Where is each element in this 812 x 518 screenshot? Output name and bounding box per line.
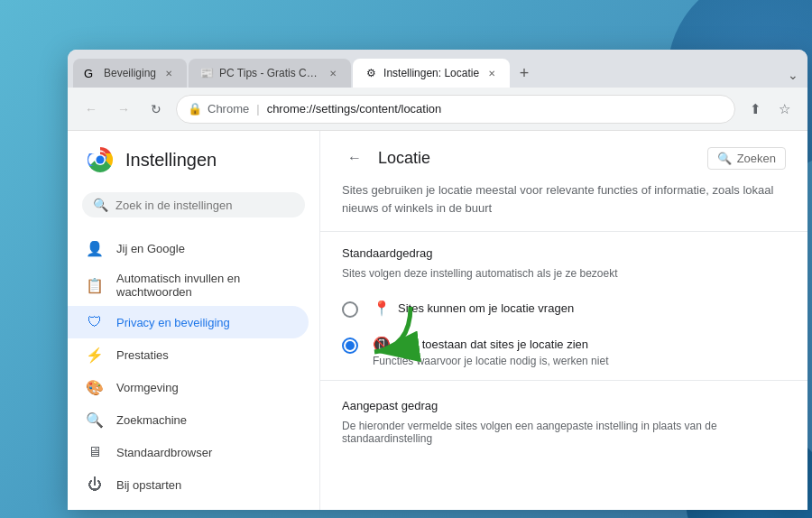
reload-button[interactable]: ↻	[143, 97, 169, 122]
custom-behavior-desc: De hieronder vermelde sites volgen een a…	[320, 418, 807, 456]
tab-instellingen-close[interactable]: ✕	[484, 66, 499, 80]
tab-pctips[interactable]: 📰 PC Tips - Gratis Computer Tips, i ✕	[189, 59, 351, 88]
section-divider	[320, 380, 807, 381]
location-search-icon: 🔍	[717, 152, 732, 165]
tab-bar-right: ⌄	[784, 66, 802, 88]
option-ask-content: 📍 Sites kunnen om je locatie vragen	[373, 300, 786, 317]
tab-beveiliging-label: Beveiliging	[104, 67, 156, 79]
option-ask-title: Sites kunnen om je locatie vragen	[398, 301, 574, 315]
radio-ask-outer[interactable]	[342, 301, 358, 318]
sidebar-item-bij-opstarten[interactable]: ⏻ Bij opstarten	[68, 468, 309, 501]
back-nav-button[interactable]: ←	[78, 97, 104, 122]
option-deny-content: 📵 Niet toestaan dat sites je locatie zie…	[373, 336, 786, 367]
speed-icon: ⚡	[86, 346, 104, 364]
sidebar-item-vormgeving[interactable]: 🎨 Vormgeving	[68, 371, 309, 403]
location-search-label: Zoeken	[737, 152, 776, 165]
option-ask-radio[interactable]	[342, 301, 358, 318]
settings-main-content: ← Locatie 🔍 Zoeken Sites gebruiken je lo…	[320, 131, 807, 510]
sidebar-label-standaardbrowser: Standaardbrowser	[116, 446, 212, 459]
settings-page-title: Instellingen	[125, 150, 217, 171]
location-header-left: ← Locatie	[342, 145, 430, 171]
settings-sidebar: Instellingen 🔍 👤 Jij en Google 📋 Automat…	[68, 131, 320, 510]
sidebar-item-talen[interactable]: 🌐 Talen	[68, 501, 309, 510]
url-separator: |	[256, 102, 259, 116]
option-ask-icon-row: 📍 Sites kunnen om je locatie vragen	[373, 300, 786, 317]
svg-point-5	[97, 156, 105, 164]
chrome-logo-icon	[86, 145, 115, 174]
search-icon: 🔍	[86, 411, 104, 429]
option-deny-icon-row: 📵 Niet toestaan dat sites je locatie zie…	[373, 336, 786, 353]
browser-content: Instellingen 🔍 👤 Jij en Google 📋 Automat…	[68, 131, 807, 510]
settings-header: Instellingen	[68, 131, 319, 189]
url-brand-text: Chrome	[208, 102, 249, 116]
sidebar-item-privacy[interactable]: 🛡 Privacy en beveiliging	[68, 306, 309, 338]
option-deny-subtitle: Functies waarvoor je locatie nodig is, w…	[373, 355, 786, 367]
sidebar-label-jij-en-google: Jij en Google	[116, 242, 185, 255]
location-pin-icon: 📍	[373, 300, 391, 317]
standard-behavior-desc: Sites volgen deze instelling automatisch…	[320, 265, 807, 291]
tab-pctips-close[interactable]: ✕	[326, 66, 340, 80]
sidebar-label-vormgeving: Vormgeving	[116, 381, 179, 394]
location-header: ← Locatie 🔍 Zoeken	[320, 131, 807, 178]
sidebar-item-standaardbrowser[interactable]: 🖥 Standaardbrowser	[68, 436, 309, 468]
bookmark-button[interactable]: ☆	[771, 97, 797, 122]
url-bar[interactable]: 🔒 Chrome | chrome://settings/content/loc…	[176, 95, 735, 124]
option-deny-title: Niet toestaan dat sites je locatie zien	[398, 338, 588, 351]
description-icon: 📋	[86, 276, 104, 294]
radio-deny-inner	[346, 341, 355, 350]
location-back-button[interactable]: ←	[342, 145, 367, 171]
url-path-text: chrome://settings/content/location	[267, 102, 442, 116]
tab-collapse-button[interactable]: ⌄	[784, 66, 802, 84]
browser-window: G Beveiliging ✕ 📰 PC Tips - Gratis Compu…	[68, 50, 807, 510]
settings-search-bar[interactable]: 🔍	[82, 192, 305, 217]
sidebar-item-autofill[interactable]: 📋 Automatisch invullen en wachtwoorden	[68, 264, 309, 306]
settings-search-input[interactable]	[115, 199, 294, 212]
svg-text:G: G	[84, 67, 93, 80]
radio-deny-outer[interactable]	[342, 338, 358, 354]
person-icon: 👤	[86, 239, 104, 257]
share-button[interactable]: ⬆	[743, 97, 768, 122]
option-ask-row: 📍 Sites kunnen om je locatie vragen	[320, 291, 807, 327]
tab-instellingen-label: Instellingen: Locatie	[383, 67, 479, 79]
palette-icon: 🎨	[86, 378, 104, 396]
sidebar-label-autofill: Automatisch invullen en wachtwoorden	[116, 272, 291, 299]
location-page-title: Locatie	[378, 149, 430, 168]
new-tab-button[interactable]: +	[512, 60, 537, 86]
option-deny-radio[interactable]	[342, 338, 358, 354]
url-lock-icon: 🔒	[188, 102, 202, 116]
shield-icon: 🛡	[86, 313, 104, 331]
sidebar-label-bij-opstarten: Bij opstarten	[116, 478, 181, 492]
location-description: Sites gebruiken je locatie meestal voor …	[320, 178, 807, 232]
sidebar-label-privacy: Privacy en beveiliging	[116, 316, 230, 329]
window-icon: 🖥	[86, 443, 104, 461]
tab-beveiliging[interactable]: G Beveiliging ✕	[73, 59, 187, 88]
location-off-icon: 📵	[373, 336, 391, 353]
standard-behavior-label: Standaardgedrag	[320, 232, 807, 265]
sidebar-label-prestaties: Prestaties	[116, 348, 169, 362]
sidebar-navigation: 👤 Jij en Google 📋 Automatisch invullen e…	[68, 228, 319, 510]
tab-beveiliging-close[interactable]: ✕	[161, 66, 176, 80]
sidebar-item-zoekmachine[interactable]: 🔍 Zoekmachine	[68, 403, 309, 436]
address-bar: ← → ↻ 🔒 Chrome | chrome://settings/conte…	[68, 88, 807, 131]
language-icon: 🌐	[86, 508, 104, 510]
address-bar-actions: ⬆ ☆	[743, 97, 797, 122]
tab-instellingen[interactable]: ⚙ Instellingen: Locatie ✕	[353, 59, 510, 88]
tab-instellingen-icon: ⚙	[364, 66, 378, 80]
custom-behavior-label: Aangepast gedrag	[320, 384, 807, 418]
location-search-bar[interactable]: 🔍 Zoeken	[707, 147, 786, 170]
settings-search-icon: 🔍	[93, 198, 108, 212]
tab-pctips-icon: 📰	[199, 66, 214, 80]
tab-bar: G Beveiliging ✕ 📰 PC Tips - Gratis Compu…	[68, 50, 807, 88]
sidebar-item-prestaties[interactable]: ⚡ Prestaties	[68, 338, 309, 371]
forward-nav-button[interactable]: →	[111, 97, 136, 122]
sidebar-label-zoekmachine: Zoekmachine	[116, 413, 187, 427]
sidebar-item-jij-en-google[interactable]: 👤 Jij en Google	[68, 232, 309, 264]
power-icon: ⏻	[86, 476, 104, 494]
tab-pctips-label: PC Tips - Gratis Computer Tips, i	[219, 67, 320, 79]
tab-beveiliging-icon: G	[84, 66, 98, 80]
option-deny-row: 📵 Niet toestaan dat sites je locatie zie…	[320, 327, 807, 376]
